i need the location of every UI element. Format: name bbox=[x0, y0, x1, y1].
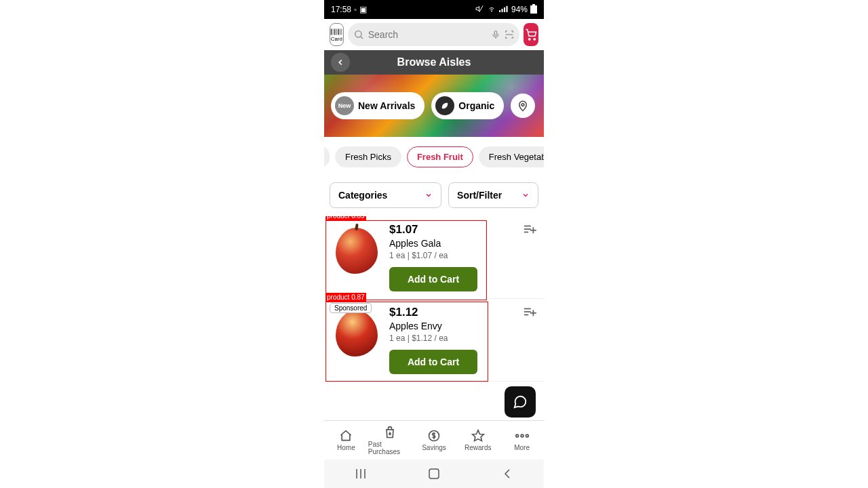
system-back-button[interactable] bbox=[500, 467, 514, 481]
barcode-icon bbox=[330, 28, 342, 36]
apple-icon bbox=[336, 310, 378, 357]
pill-label: New Arrivals bbox=[358, 100, 415, 111]
add-to-cart-button[interactable]: Add to Cart bbox=[389, 267, 477, 291]
filter-bar: Categories Sort/Filter bbox=[324, 177, 544, 216]
mic-icon[interactable] bbox=[491, 30, 500, 39]
recents-button[interactable] bbox=[354, 467, 368, 481]
detection-label: product 0.87 bbox=[326, 293, 366, 302]
svg-point-36 bbox=[521, 434, 524, 437]
status-square-icon: ▣ bbox=[359, 5, 367, 14]
battery-text: 94% bbox=[511, 5, 528, 14]
product-card[interactable]: product 0.87 Sponsored $1.12 Apples Envy… bbox=[324, 299, 544, 382]
svg-point-35 bbox=[515, 434, 518, 437]
product-card[interactable]: product 0.89 $1.07 Apples Gala 1 ea | $1… bbox=[324, 216, 544, 299]
page-header: Browse Aisles bbox=[324, 50, 544, 75]
nav-label: Home bbox=[337, 444, 355, 451]
status-time: 17:58 bbox=[331, 5, 351, 14]
status-bar: 17:58 ◦ ▣ 94% bbox=[324, 0, 544, 19]
product-name: Apples Gala bbox=[389, 238, 538, 249]
categories-dropdown[interactable]: Categories bbox=[330, 182, 441, 208]
pill-organic[interactable]: Organic bbox=[431, 92, 504, 119]
nav-label: Past Purchases bbox=[368, 441, 412, 455]
nav-rewards[interactable]: Rewards bbox=[456, 421, 500, 460]
svg-point-20 bbox=[529, 39, 530, 40]
pill-new-arrivals[interactable]: New New Arrivals bbox=[331, 92, 425, 119]
nav-more[interactable]: More bbox=[500, 421, 544, 460]
chat-button[interactable] bbox=[505, 386, 536, 418]
chip-fresh-picks[interactable]: Fresh Picks bbox=[335, 146, 401, 167]
svg-rect-9 bbox=[333, 28, 334, 35]
nav-past-purchases[interactable]: Past Purchases bbox=[368, 421, 412, 460]
svg-rect-13 bbox=[340, 28, 341, 35]
pill-label: Organic bbox=[458, 100, 494, 111]
nav-label: Savings bbox=[422, 444, 446, 451]
product-price: $1.07 bbox=[389, 223, 538, 237]
svg-rect-14 bbox=[342, 28, 342, 35]
chip-partial-prev[interactable] bbox=[324, 146, 330, 167]
bag-icon bbox=[382, 426, 397, 439]
card-label: Card bbox=[331, 36, 342, 42]
star-icon bbox=[471, 429, 486, 443]
new-badge-icon: New bbox=[335, 96, 354, 115]
nav-home[interactable]: Home bbox=[324, 421, 368, 460]
svg-rect-10 bbox=[334, 28, 336, 35]
phone-frame: 17:58 ◦ ▣ 94% Card bbox=[324, 0, 544, 488]
dollar-icon bbox=[427, 429, 441, 443]
nav-savings[interactable]: Savings bbox=[412, 421, 456, 460]
mute-icon bbox=[475, 5, 484, 15]
svg-line-0 bbox=[479, 5, 483, 12]
svg-marker-34 bbox=[472, 430, 484, 441]
svg-rect-17 bbox=[494, 31, 497, 35]
svg-rect-3 bbox=[501, 9, 502, 12]
pill-local[interactable] bbox=[511, 94, 535, 118]
page-title: Browse Aisles bbox=[397, 56, 471, 68]
more-icon bbox=[515, 429, 530, 443]
add-to-list-button[interactable] bbox=[522, 223, 537, 235]
svg-point-21 bbox=[534, 39, 535, 40]
chip-fresh-vegetables[interactable]: Fresh Vegetables bbox=[479, 146, 544, 167]
product-image: Sponsored bbox=[327, 303, 387, 364]
svg-rect-8 bbox=[331, 28, 332, 35]
add-to-list-button[interactable] bbox=[522, 306, 537, 318]
apple-icon bbox=[336, 228, 378, 274]
pin-icon bbox=[517, 100, 529, 112]
svg-rect-5 bbox=[506, 5, 507, 12]
signal-icon bbox=[499, 5, 509, 15]
svg-rect-2 bbox=[499, 10, 500, 12]
product-name: Apples Envy bbox=[389, 321, 538, 331]
product-unit: 1 ea | $1.07 / ea bbox=[389, 251, 538, 260]
chip-fresh-fruit[interactable]: Fresh Fruit bbox=[407, 146, 473, 167]
battery-icon bbox=[530, 4, 537, 16]
svg-rect-41 bbox=[429, 469, 439, 479]
home-button[interactable] bbox=[427, 467, 441, 481]
svg-point-1 bbox=[491, 11, 492, 12]
svg-line-16 bbox=[361, 37, 363, 39]
cart-icon bbox=[524, 28, 538, 41]
chat-icon bbox=[512, 394, 528, 409]
svg-rect-4 bbox=[504, 7, 505, 12]
svg-rect-7 bbox=[530, 5, 537, 14]
product-image bbox=[327, 220, 387, 281]
product-info: $1.07 Apples Gala 1 ea | $1.07 / ea Add … bbox=[387, 220, 538, 291]
dropdown-label: Categories bbox=[338, 190, 387, 201]
top-bar: Card bbox=[324, 19, 544, 50]
detection-label: product 0.89 bbox=[326, 216, 366, 220]
add-to-cart-button[interactable]: Add to Cart bbox=[389, 350, 477, 374]
svg-point-15 bbox=[355, 31, 361, 37]
back-button[interactable] bbox=[331, 53, 350, 72]
scan-icon[interactable] bbox=[505, 30, 514, 39]
search-field[interactable] bbox=[348, 23, 519, 46]
dropdown-label: Sort/Filter bbox=[457, 190, 502, 201]
status-dot-icon: ◦ bbox=[354, 5, 357, 14]
loyalty-card-button[interactable]: Card bbox=[330, 23, 344, 46]
subcategory-chips: Fresh Picks Fresh Fruit Fresh Vegetables bbox=[324, 137, 544, 177]
wifi-icon bbox=[487, 5, 496, 15]
search-input[interactable] bbox=[368, 29, 487, 40]
category-banner: New New Arrivals Organic bbox=[324, 75, 544, 137]
chevron-down-icon bbox=[425, 191, 433, 199]
sort-filter-dropdown[interactable]: Sort/Filter bbox=[448, 182, 538, 208]
cart-button[interactable] bbox=[524, 23, 538, 46]
home-icon bbox=[338, 429, 353, 443]
svg-rect-12 bbox=[338, 28, 340, 35]
product-info: $1.12 Apples Envy 1 ea | $1.12 / ea Add … bbox=[387, 303, 538, 374]
